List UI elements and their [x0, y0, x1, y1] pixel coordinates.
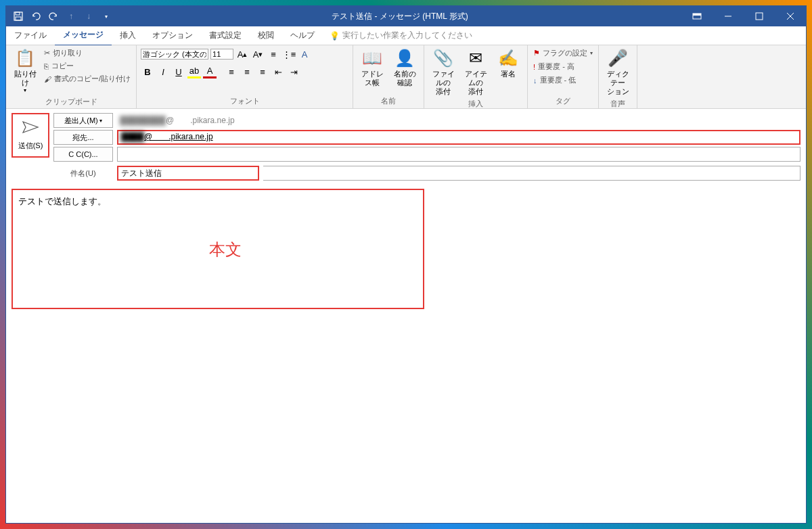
close-button[interactable]	[775, 6, 806, 26]
svg-rect-6	[756, 13, 763, 20]
signature-icon: ✍	[498, 49, 518, 68]
svg-rect-1	[16, 12, 20, 15]
from-button[interactable]: 差出人(M)▾	[53, 113, 113, 128]
tell-me-search[interactable]: 💡 実行したい作業を入力してください	[330, 30, 472, 41]
attach-item-button[interactable]: ✉ アイテムの 添付	[461, 47, 491, 97]
subject-field[interactable]	[117, 166, 259, 181]
bullets-button[interactable]: ≡	[267, 47, 280, 61]
font-size-select[interactable]	[210, 49, 233, 60]
ribbon-group-font: A▴ A▾ ≡ ⋮≡ A B I U ab A ≡ ≡ ≡ ⇤	[137, 45, 353, 108]
undo-icon[interactable]	[29, 9, 43, 23]
align-right-button[interactable]: ≡	[256, 65, 269, 78]
dictate-button[interactable]: 🎤 ディクテー ション	[603, 47, 633, 97]
follow-up-button[interactable]: ⚑フラグの設定▾	[532, 47, 594, 59]
window-controls	[681, 6, 806, 26]
compose-header: 送信(S) 差出人(M)▾ ████████@ .pikara.ne.jp 宛先…	[6, 109, 806, 166]
window-title: テスト送信 - メッセージ (HTML 形式)	[118, 11, 681, 22]
down-arrow-icon[interactable]: ↓	[82, 9, 95, 23]
tab-help[interactable]: ヘルプ	[282, 26, 323, 45]
ribbon-display-icon[interactable]	[681, 6, 713, 26]
tab-insert[interactable]: 挿入	[112, 26, 144, 45]
save-icon[interactable]	[12, 9, 25, 23]
to-field[interactable]: ████@ .pikara.ne.jp	[117, 130, 800, 145]
paste-icon: 📋	[15, 49, 35, 68]
redo-icon[interactable]	[47, 9, 60, 23]
compose-window: ↑ ↓ ▾ テスト送信 - メッセージ (HTML 形式) ファイル メッセージ…	[5, 5, 807, 524]
group-label-include: 挿入	[428, 97, 523, 109]
tab-message[interactable]: メッセージ	[55, 25, 112, 46]
indent-button[interactable]: ⇥	[287, 65, 300, 78]
body-highlight-box: テストで送信します。 本文	[12, 189, 424, 309]
group-label-names: 名前	[357, 95, 420, 106]
flag-icon: ⚑	[533, 49, 540, 58]
bold-button[interactable]: B	[141, 65, 154, 78]
exclamation-icon: !	[533, 63, 535, 71]
low-importance-button[interactable]: ↓重要度 - 低	[532, 74, 594, 86]
group-label-font: フォント	[141, 95, 348, 106]
signature-button[interactable]: ✍ 署名	[493, 47, 523, 80]
tab-format[interactable]: 書式設定	[201, 26, 250, 45]
group-label-voice: 音声	[603, 97, 633, 109]
address-book-button[interactable]: 📖 アドレス帳	[357, 47, 387, 89]
align-left-button[interactable]: ≡	[225, 65, 238, 78]
ribbon-group-tags: ⚑フラグの設定▾ !重要度 - 高 ↓重要度 - 低 タグ	[528, 45, 599, 108]
high-importance-button[interactable]: !重要度 - 高	[532, 61, 594, 72]
subject-label: 件名(U)	[53, 168, 113, 179]
brush-icon: 🖌	[44, 75, 51, 83]
titlebar: ↑ ↓ ▾ テスト送信 - メッセージ (HTML 形式)	[6, 6, 806, 26]
group-label-tags: タグ	[532, 95, 594, 106]
tab-file[interactable]: ファイル	[6, 26, 55, 45]
qat-dropdown-icon[interactable]: ▾	[99, 9, 113, 23]
lightbulb-icon: 💡	[330, 31, 340, 41]
ribbon-group-voice: 🎤 ディクテー ション 音声	[599, 45, 637, 108]
svg-rect-4	[693, 14, 701, 16]
copy-icon: ⎘	[44, 62, 49, 70]
svg-rect-2	[16, 17, 21, 20]
paperclip-icon: 📎	[433, 49, 453, 68]
copy-button[interactable]: ⎘コピー	[43, 60, 132, 72]
body-annotation: 本文	[209, 239, 242, 260]
minimize-button[interactable]	[713, 6, 744, 26]
message-body-area[interactable]: テストで送信します。 本文	[6, 185, 806, 523]
group-label-clipboard: クリップボード	[10, 95, 132, 107]
ribbon: 📋 貼り付け ▾ ✂切り取り ⎘コピー 🖌書式のコピー/貼り付け クリップボード…	[6, 45, 806, 109]
from-value: ████████@ .pikara.ne.jp	[117, 115, 800, 127]
up-arrow-icon[interactable]: ↑	[64, 9, 78, 23]
align-center-button[interactable]: ≡	[240, 65, 254, 78]
ribbon-tabs: ファイル メッセージ 挿入 オプション 書式設定 校閲 ヘルプ 💡 実行したい作…	[6, 26, 806, 45]
ribbon-group-names: 📖 アドレス帳 👤 名前の 確認 名前	[353, 45, 424, 108]
tab-review[interactable]: 校閲	[250, 26, 282, 45]
italic-button[interactable]: I	[156, 65, 170, 78]
shrink-font-button[interactable]: A▾	[251, 47, 265, 61]
scissors-icon: ✂	[44, 49, 50, 58]
tab-options[interactable]: オプション	[144, 26, 201, 45]
font-name-select[interactable]	[141, 49, 208, 60]
check-names-button[interactable]: 👤 名前の 確認	[390, 47, 420, 89]
ribbon-group-clipboard: 📋 貼り付け ▾ ✂切り取り ⎘コピー 🖌書式のコピー/貼り付け クリップボード	[6, 45, 137, 108]
maximize-button[interactable]	[744, 6, 775, 26]
body-text[interactable]: テストで送信します。	[18, 196, 106, 206]
subject-field-ext[interactable]	[263, 166, 800, 181]
to-button[interactable]: 宛先...	[53, 130, 113, 145]
down-arrow-icon: ↓	[533, 76, 537, 85]
format-painter-button[interactable]: 🖌書式のコピー/貼り付け	[43, 73, 132, 85]
attach-file-button[interactable]: 📎 ファイルの 添付	[428, 47, 458, 97]
cc-field[interactable]	[117, 147, 800, 162]
cc-button[interactable]: C C(C)...	[53, 147, 113, 162]
outdent-button[interactable]: ⇤	[271, 65, 285, 78]
address-book-icon: 📖	[362, 49, 382, 68]
send-button[interactable]: 送信(S)	[12, 113, 49, 158]
numbering-button[interactable]: ⋮≡	[282, 47, 296, 61]
styles-button[interactable]: A	[298, 47, 311, 61]
check-names-icon: 👤	[394, 49, 415, 68]
cut-button[interactable]: ✂切り取り	[43, 47, 132, 59]
grow-font-button[interactable]: A▴	[235, 47, 249, 61]
paste-button[interactable]: 📋 貼り付け ▾	[10, 47, 40, 95]
envelope-icon: ✉	[469, 49, 482, 68]
underline-button[interactable]: U	[172, 65, 185, 78]
font-color-button[interactable]: A	[203, 65, 217, 78]
microphone-icon: 🎤	[608, 49, 628, 68]
highlight-button[interactable]: ab	[187, 65, 201, 78]
chevron-down-icon: ▾	[24, 87, 26, 94]
send-arrow-icon	[22, 120, 39, 138]
